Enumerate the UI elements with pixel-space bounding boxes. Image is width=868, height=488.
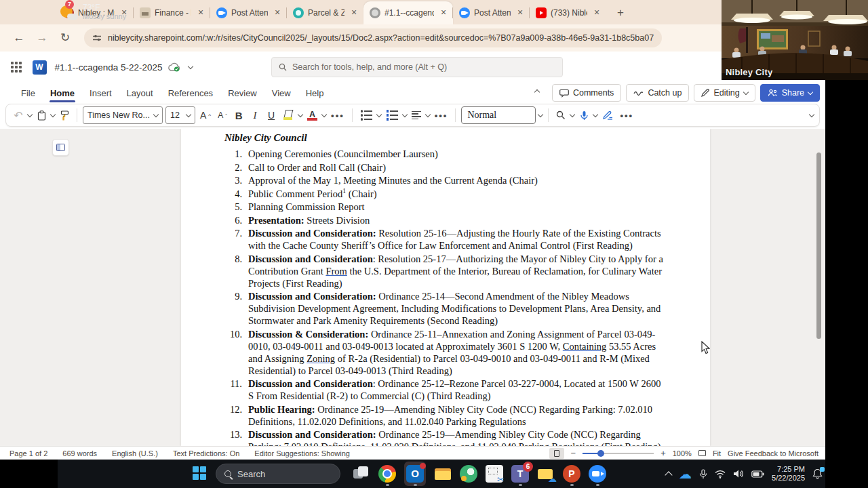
style-menu-icon[interactable] bbox=[538, 111, 543, 117]
navigation-pane-toggle[interactable] bbox=[52, 139, 69, 156]
zoom-out-button[interactable]: − bbox=[571, 448, 576, 458]
grow-font-button[interactable]: A^ bbox=[198, 106, 213, 124]
ribbon-tab-insert[interactable]: Insert bbox=[82, 85, 119, 101]
font-color-menu-icon[interactable] bbox=[321, 111, 327, 117]
ribbon-layout-menu-icon[interactable] bbox=[809, 111, 814, 117]
chrome-taskbar-button[interactable] bbox=[378, 462, 396, 486]
agenda-item-11[interactable]: 11.Discussion and Consideration: Ordinan… bbox=[224, 378, 668, 402]
agenda-item-1[interactable]: 1.Opening Ceremonies (Councilmember Laur… bbox=[224, 148, 668, 160]
word-logo-icon[interactable]: W bbox=[33, 60, 47, 75]
ribbon-tab-references[interactable]: References bbox=[161, 85, 220, 101]
more-paragraph-options-button[interactable]: ••• bbox=[433, 106, 450, 124]
snipping-tool-taskbar-button[interactable] bbox=[486, 462, 503, 483]
battery-icon[interactable] bbox=[751, 470, 764, 478]
editor-suggestions-status[interactable]: Editor Suggestions: Showing bbox=[254, 449, 350, 458]
agenda-item-9[interactable]: 9.Discussion and Consideration: Ordinanc… bbox=[224, 290, 668, 327]
bullet-list-menu-icon[interactable] bbox=[376, 111, 382, 117]
browser-tab-4[interactable]: Parcel & Zonin× bbox=[287, 1, 363, 24]
ribbon-tab-view[interactable]: View bbox=[264, 85, 298, 101]
style-select[interactable]: Normal bbox=[461, 106, 536, 124]
browser-tab-2[interactable]: Finance - Nibl× bbox=[134, 1, 210, 24]
document-page[interactable]: Nibley City Council 1.Opening Ceremonies… bbox=[181, 129, 710, 446]
dictate-button[interactable] bbox=[577, 106, 591, 124]
taskbar-clock[interactable]: 7:25 PM 5/22/2025 bbox=[772, 465, 805, 483]
editor-button[interactable] bbox=[600, 106, 615, 124]
word-count[interactable]: 669 words bbox=[62, 449, 97, 458]
undo-menu-icon[interactable] bbox=[27, 111, 33, 117]
font-color-button[interactable]: A bbox=[305, 106, 319, 124]
underline-button[interactable]: U bbox=[264, 106, 278, 124]
green-app-taskbar-button[interactable] bbox=[460, 462, 477, 483]
agenda-item-6[interactable]: 6.Presentation: Streets Division bbox=[224, 214, 668, 226]
agenda-item-12[interactable]: 12.Public Hearing: Ordinance 25-19—Amend… bbox=[224, 403, 668, 428]
font-size-select[interactable]: 12 bbox=[165, 106, 195, 124]
filename-dropdown-icon[interactable] bbox=[187, 63, 193, 68]
weather-widget[interactable]: 7 73°F Mostly sunny bbox=[60, 3, 126, 21]
document-filename[interactable]: #1.1--ccagenda 5-22-2025 bbox=[55, 62, 163, 73]
paste-menu-icon[interactable] bbox=[50, 111, 56, 117]
ribbon-tab-layout[interactable]: Layout bbox=[119, 85, 161, 101]
tab-close-icon[interactable]: × bbox=[591, 7, 602, 18]
more-font-options-button[interactable]: ••• bbox=[329, 106, 347, 124]
zoom-app-taskbar-button[interactable] bbox=[589, 462, 606, 486]
collapse-ribbon-icon[interactable] bbox=[534, 89, 540, 94]
microphone-tray-icon[interactable] bbox=[699, 469, 707, 479]
undo-button[interactable]: ↶ bbox=[12, 106, 25, 124]
tray-overflow-icon[interactable] bbox=[665, 471, 672, 479]
agenda-item-7[interactable]: 7.Discussion and Consideration: Resoluti… bbox=[224, 227, 668, 251]
teams-taskbar-button[interactable]: 6 bbox=[511, 462, 529, 486]
agenda-item-4[interactable]: 4.Public Comment Period1 (Chair) bbox=[224, 188, 668, 200]
browser-tab-5[interactable]: #1.1--ccagend× bbox=[363, 1, 453, 24]
wifi-icon[interactable] bbox=[715, 470, 726, 479]
agenda-item-13[interactable]: 13.Discussion and Consideration: Ordinan… bbox=[224, 428, 668, 446]
volume-icon[interactable] bbox=[733, 469, 744, 479]
agenda-item-10[interactable]: 10.Discussion & Consideration: Ordinance… bbox=[224, 328, 668, 377]
tab-close-icon[interactable]: × bbox=[515, 7, 526, 18]
forward-button[interactable]: → bbox=[33, 28, 52, 47]
format-painter-button[interactable] bbox=[58, 106, 71, 124]
find-button[interactable] bbox=[554, 106, 568, 124]
site-info-icon[interactable] bbox=[92, 33, 102, 43]
ribbon-tab-home[interactable]: Home bbox=[43, 85, 82, 101]
zoom-slider-knob[interactable] bbox=[597, 450, 604, 457]
numbered-list-menu-icon[interactable] bbox=[402, 111, 408, 117]
more-ribbon-options-button[interactable]: ••• bbox=[618, 106, 635, 124]
office-search-box[interactable]: Search for tools, help, and more (Alt + … bbox=[271, 57, 563, 77]
paste-button[interactable] bbox=[35, 106, 48, 124]
task-view-taskbar-button[interactable] bbox=[353, 462, 370, 483]
browser-tab-7[interactable]: (733) Nibley C× bbox=[530, 1, 606, 24]
shrink-font-button[interactable]: Aˇ bbox=[216, 106, 229, 124]
tab-close-icon[interactable]: × bbox=[349, 7, 359, 18]
alignment-menu-icon[interactable] bbox=[425, 111, 431, 117]
reload-button[interactable]: ↻ bbox=[56, 28, 75, 47]
folder-cloud-taskbar-button[interactable] bbox=[537, 462, 555, 483]
ribbon-tab-file[interactable]: File bbox=[14, 85, 43, 101]
zoom-in-button[interactable]: + bbox=[660, 448, 666, 458]
zoom-slider[interactable] bbox=[583, 449, 654, 458]
back-button[interactable]: ← bbox=[9, 28, 28, 47]
taskbar-search[interactable]: Search bbox=[216, 464, 340, 484]
bold-button[interactable]: B bbox=[232, 106, 245, 124]
zoom-level[interactable]: 100% bbox=[673, 449, 692, 458]
tab-close-icon[interactable]: × bbox=[438, 7, 449, 18]
address-bar[interactable]: nibleycity.sharepoint.com/:w:/r/sites/Ci… bbox=[84, 28, 662, 47]
vertical-scrollbar[interactable] bbox=[816, 152, 821, 339]
agenda-item-3[interactable]: 3.Approval of the May 1, Meeting Minutes… bbox=[224, 174, 668, 186]
outlook-taskbar-button[interactable] bbox=[404, 462, 426, 486]
agenda-item-8[interactable]: 8.Discussion and Consideration: Resoluti… bbox=[224, 253, 668, 289]
ribbon-tab-review[interactable]: Review bbox=[220, 85, 264, 101]
alignment-button[interactable] bbox=[410, 106, 423, 124]
numbered-list-button[interactable] bbox=[384, 106, 400, 124]
new-tab-button[interactable]: + bbox=[612, 4, 629, 22]
share-button[interactable]: Share bbox=[760, 84, 820, 102]
onedrive-icon[interactable]: ☁ bbox=[679, 468, 692, 481]
feedback-link[interactable]: Give Feedback to Microsoft bbox=[728, 449, 818, 458]
language-status[interactable]: English (U.S.) bbox=[112, 449, 158, 458]
font-name-select[interactable]: Times New Ro... bbox=[83, 106, 163, 124]
agenda-item-5[interactable]: 5.Planning Commission Report bbox=[224, 201, 668, 213]
tab-close-icon[interactable]: × bbox=[195, 7, 206, 18]
notification-bell-icon[interactable] bbox=[812, 468, 823, 479]
italic-button[interactable]: I bbox=[248, 106, 262, 124]
catch-up-button[interactable]: Catch up bbox=[626, 84, 689, 102]
page-view-button[interactable] bbox=[549, 448, 564, 459]
